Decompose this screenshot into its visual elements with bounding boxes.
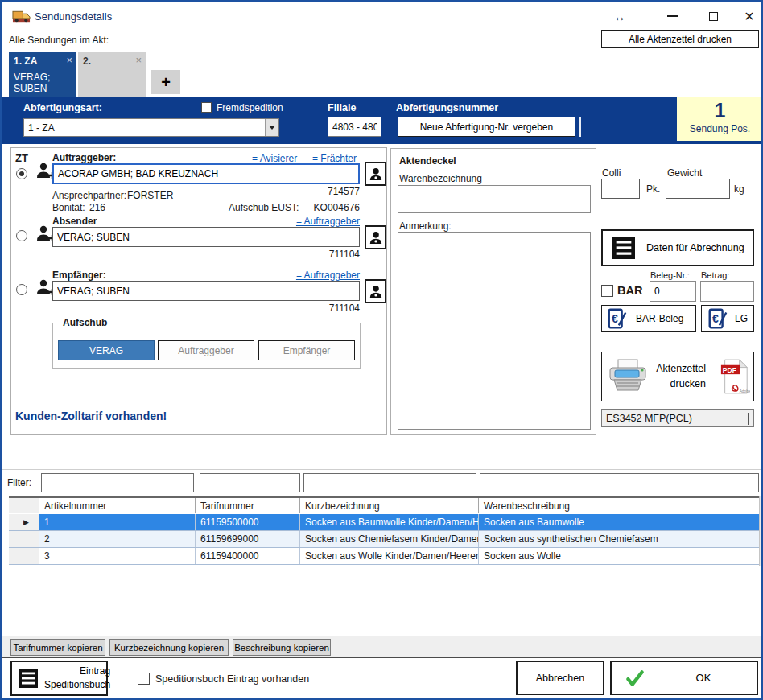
footer-divider [2,657,761,658]
bonitaet-value: 216 [89,202,105,213]
avisierer-link[interactable]: = Avisierer [252,153,297,164]
bar-beleg-button[interactable]: € BAR-Beleg [601,305,696,332]
sendung-pos-count: 1 [677,99,763,122]
absender-input[interactable] [52,227,360,247]
column-header-tarifnummer[interactable]: Tarifnummer [196,498,300,513]
table-row[interactable]: 3 61159400000 Socken aus Wolle Kinder/Da… [9,548,759,565]
absender-label: Absender [52,216,97,227]
absender-kundennummer: 711104 [276,249,360,260]
tab-close-icon[interactable]: × [66,54,72,66]
drucker-select[interactable]: ES3452 MFP(PCL) [601,409,754,427]
shipment-tab-2[interactable]: 2. × [78,52,146,97]
shipment-tab-1[interactable]: 1. ZA VERAG; SUBEN × [9,52,76,97]
warenbezeichnung-input[interactable] [398,185,591,213]
speditionsbuch-checkbox[interactable] [138,673,150,685]
aktendeckel-title: Aktendeckel [399,155,456,167]
betrag-input[interactable] [700,281,754,302]
empfaenger-radio[interactable] [16,284,27,295]
column-header-artikelnummer[interactable]: Artikelnummer [39,498,196,513]
minimize-icon[interactable] [661,6,685,27]
auftraggeber-radio[interactable] [16,168,27,179]
filter-tarifnummer-input[interactable] [200,473,300,492]
filter-kurzbezeichnung-input[interactable] [303,473,476,492]
filiale-select[interactable]: 4803 - 480 [328,117,382,137]
dropdown-arrow-icon[interactable] [265,119,278,136]
tab-line2: VERAG; [14,72,72,83]
abfertigung-band: Abfertigungsart: 1 - ZA Fremdspedition F… [2,97,761,144]
anmerkung-label: Anmerkung: [399,220,452,232]
aufschub-empfaenger-button[interactable]: Empfänger [258,340,355,360]
list-icon [612,237,635,259]
filiale-label: Filiale [328,102,356,113]
aufschub-verag-button[interactable]: VERAG [58,340,155,360]
column-header-kurzbezeichnung[interactable]: Kurzbezeichnung [300,498,479,513]
auftraggeber-kundennummer: 714577 [276,186,360,197]
absender-radio[interactable] [16,230,27,241]
table-row[interactable]: ▶ 1 61159500000 Socken aus Baumwolle Kin… [9,514,759,531]
aufschub-legend: Aufschub [60,317,110,328]
kg-label: kg [734,183,744,195]
chevron-down-icon [748,413,753,424]
band-divider [579,117,581,137]
table-row[interactable]: 2 61159699000 Socken aus Chemiefasem Kin… [9,531,759,548]
auftraggeber-input[interactable] [52,163,360,184]
colli-label: Colli [602,167,621,179]
zt-label: ZT [15,152,28,164]
absender-contact-button[interactable] [365,225,386,249]
euro-receipt-icon: € [707,307,728,330]
copy-kurzbezeichnung-button[interactable]: Kurzbezeichnung kopieren [109,639,229,656]
add-shipment-tab-button[interactable]: + [151,70,180,94]
pdf-button[interactable]: PDF Adobe [716,352,754,401]
print-all-aktenzettel-button[interactable]: Alle Aktenzettel drucken [601,30,759,48]
aktenzettel-drucken-button[interactable]: Aktenzettel drucken [601,352,711,401]
sendung-pos-indicator: 1 Sendung Pos. [677,97,763,141]
empfaenger-contact-button[interactable] [365,279,386,303]
filter-artikelnummer-input[interactable] [41,473,194,492]
anmerkung-textarea[interactable] [398,232,591,430]
empfaenger-input[interactable] [52,281,360,301]
bonitaet-label: Bonität: [52,202,85,213]
aufschub-group: Aufschub VERAG Auftraggeber Empfänger [52,323,361,369]
speditionsbuch-checkbox-label: Speditionsbuch Eintrag vorhanden [155,673,309,685]
filter-warenbeschreibung-input[interactable] [480,473,759,492]
cancel-button[interactable]: Abbrechen [516,661,604,695]
tab-title: 2. [83,56,141,67]
drucker-value: ES3452 MFP(PCL) [602,413,748,424]
app-truck-icon [12,9,31,24]
chevron-down-icon [377,121,381,133]
grid-scrollbar[interactable] [759,496,763,566]
neue-abfertigungsnummer-button[interactable]: Neue Abfertigung-Nr. vergeben [398,117,575,137]
copy-tarifnummer-button[interactable]: Tarifnummer kopieren [10,639,105,656]
beleg-nr-input[interactable] [650,281,696,302]
svg-text:Adobe: Adobe [740,389,750,393]
list-icon [19,669,38,688]
ok-button[interactable]: OK [610,661,758,695]
betrag-label: Betrag: [701,270,729,280]
filiale-value: 4803 - 480 [328,121,377,133]
copy-beschreibung-button[interactable]: Beschreibung kopieren [233,639,331,656]
aufschub-eust-label: Aufschub EUST: [229,202,299,213]
column-header-warenbeschreibung[interactable]: Warenbeschreibung [479,498,759,513]
abfertigungsart-select[interactable]: 1 - ZA [23,118,279,137]
fraechter-link[interactable]: = Frächter [312,153,357,164]
person-icon [369,167,383,181]
window-title: Sendungsdetails [35,10,112,23]
eintrag-speditionsbuch-button[interactable]: Eintrag Speditionsbuch [10,661,108,696]
auftraggeber-contact-button[interactable] [365,162,386,186]
colli-input[interactable] [601,179,640,199]
gewicht-input[interactable] [666,179,730,199]
fremdspedition-checkbox[interactable] [201,102,212,113]
warenbezeichnung-label: Warenbezeichnung [399,173,482,184]
empfaenger-auftraggeber-link[interactable]: = Auftraggeber [276,270,360,281]
daten-abrechnung-button[interactable]: Daten für Abrechnung [601,229,754,266]
maximize-icon[interactable] [701,6,725,27]
lg-button[interactable]: € LG [701,305,754,332]
aufschub-auftraggeber-button[interactable]: Auftraggeber [158,340,254,360]
bar-checkbox[interactable] [601,285,613,297]
absender-auftraggeber-link[interactable]: = Auftraggeber [276,216,360,227]
auftraggeber-label: Auftraggeber: [52,152,116,163]
resize-icon[interactable]: ↔ [608,6,632,27]
close-icon[interactable]: ✕ [737,6,761,27]
filter-label: Filter: [7,477,31,488]
tab-close-icon[interactable]: × [135,54,142,66]
